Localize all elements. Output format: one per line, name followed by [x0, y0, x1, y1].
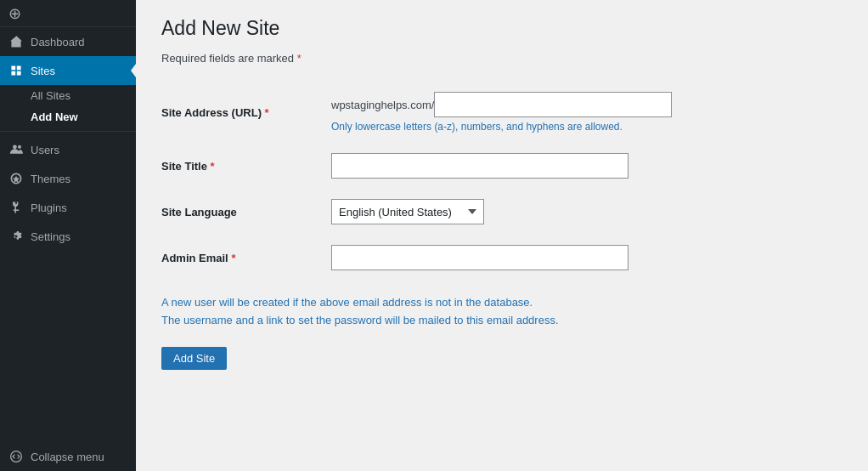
info-line-2: The username and a link to set the passw… — [161, 312, 843, 330]
site-address-row: Site Address (URL) * wpstaginghelps.com/… — [161, 82, 843, 143]
sidebar-collapse[interactable]: Collapse menu — [0, 442, 136, 471]
users-icon — [8, 142, 24, 157]
all-sites-label: All Sites — [31, 89, 70, 102]
sidebar-settings-label: Settings — [31, 230, 70, 243]
sidebar-plugins-label: Plugins — [31, 201, 67, 214]
sidebar-dashboard-label: Dashboard — [31, 36, 85, 48]
collapse-label: Collapse menu — [31, 451, 104, 463]
info-line-1: A new user will be created if the above … — [161, 294, 843, 312]
site-address-input[interactable] — [434, 92, 672, 117]
sidebar-users-label: Users — [31, 144, 59, 156]
sidebar-themes-label: Themes — [31, 173, 70, 185]
site-title-row: Site Title * — [161, 143, 843, 189]
site-address-label: Site Address (URL) * — [161, 82, 331, 143]
add-site-button[interactable]: Add Site — [161, 347, 227, 370]
site-language-label: Site Language — [161, 189, 331, 235]
url-prefix: wpstaginghelps.com/ — [331, 99, 434, 111]
sidebar-sites-label: Sites — [31, 65, 55, 77]
site-language-select[interactable]: English (United States) English (UK) Fre… — [331, 199, 484, 224]
dashboard-icon — [8, 34, 24, 49]
themes-icon — [8, 171, 24, 186]
form-table: Site Address (URL) * wpstaginghelps.com/… — [161, 82, 843, 281]
sidebar-item-plugins[interactable]: Plugins — [0, 193, 136, 222]
url-input-group: wpstaginghelps.com/ — [331, 92, 843, 117]
sidebar-top-bar: ⊕ — [0, 0, 136, 27]
collapse-icon — [8, 449, 24, 464]
plugins-icon — [8, 200, 24, 215]
sidebar-item-settings[interactable]: Settings — [0, 222, 136, 251]
add-new-label: Add New — [31, 111, 78, 123]
info-block: A new user will be created if the above … — [161, 294, 843, 330]
site-title-input[interactable] — [331, 153, 628, 179]
svg-point-1 — [18, 145, 21, 149]
site-language-row: Site Language English (United States) En… — [161, 189, 843, 235]
sidebar: ⊕ Dashboard Sites All Sites Add New User… — [0, 0, 136, 471]
required-notice-text: Required fields are marked — [161, 52, 294, 65]
divider-1 — [0, 131, 136, 132]
site-address-cell: wpstaginghelps.com/ Only lowercase lette… — [331, 82, 843, 143]
sidebar-item-dashboard[interactable]: Dashboard — [0, 27, 136, 56]
sites-icon — [8, 63, 24, 78]
page-title: Add New Site — [161, 17, 843, 40]
admin-email-input[interactable] — [331, 245, 628, 270]
required-notice: Required fields are marked * — [161, 52, 843, 65]
admin-email-row: Admin Email * — [161, 235, 843, 281]
wp-logo-icon: ⊕ — [8, 4, 21, 23]
admin-email-cell — [331, 235, 843, 281]
required-asterisk: * — [297, 52, 302, 65]
settings-icon — [8, 229, 24, 244]
sidebar-item-all-sites[interactable]: All Sites — [0, 85, 136, 106]
main-content: Add New Site Required fields are marked … — [136, 0, 868, 471]
site-address-hint: Only lowercase letters (a-z), numbers, a… — [331, 121, 843, 133]
active-arrow — [131, 64, 136, 77]
sidebar-item-users[interactable]: Users — [0, 135, 136, 164]
site-title-label: Site Title * — [161, 143, 331, 189]
site-language-cell: English (United States) English (UK) Fre… — [331, 189, 843, 235]
site-title-cell — [331, 143, 843, 189]
sidebar-item-add-new[interactable]: Add New — [0, 106, 136, 128]
sidebar-item-sites[interactable]: Sites — [0, 56, 136, 85]
svg-point-0 — [13, 145, 17, 149]
sidebar-item-themes[interactable]: Themes — [0, 164, 136, 193]
admin-email-label: Admin Email * — [161, 235, 331, 281]
